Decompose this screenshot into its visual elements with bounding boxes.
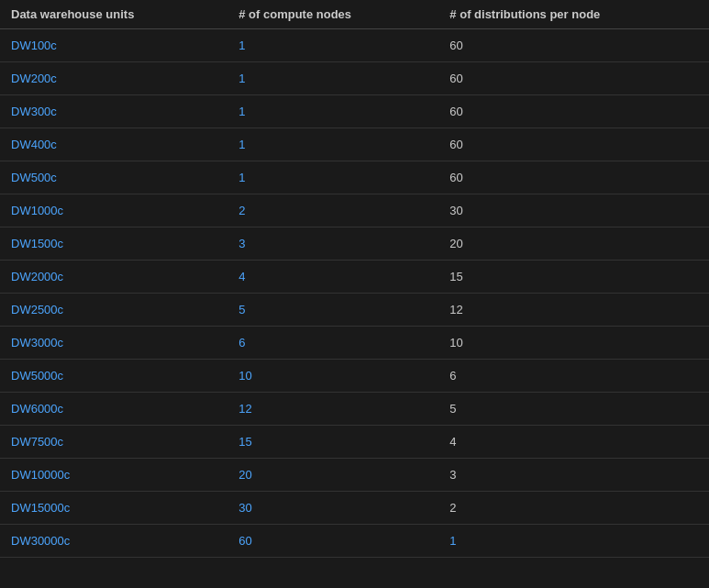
cell-distributions: 60 [438, 161, 709, 194]
cell-distributions: 12 [438, 294, 709, 327]
cell-compute-nodes: 12 [227, 393, 438, 426]
cell-dw-unit: DW1000c [0, 194, 227, 227]
table-row: DW100c160 [0, 29, 709, 62]
table-header-row: Data warehouse units # of compute nodes … [0, 0, 709, 29]
cell-distributions: 1 [438, 525, 709, 558]
cell-distributions: 60 [438, 128, 709, 161]
table-row: DW30000c601 [0, 525, 709, 558]
cell-distributions: 5 [438, 393, 709, 426]
cell-dw-unit: DW400c [0, 128, 227, 161]
cell-distributions: 60 [438, 62, 709, 95]
cell-distributions: 6 [438, 360, 709, 393]
cell-dw-unit: DW7500c [0, 426, 227, 459]
table-row: DW10000c203 [0, 459, 709, 492]
table-row: DW5000c106 [0, 360, 709, 393]
cell-distributions: 2 [438, 492, 709, 525]
cell-dw-unit: DW3000c [0, 327, 227, 360]
table-row: DW6000c125 [0, 393, 709, 426]
cell-compute-nodes: 1 [227, 128, 438, 161]
table-row: DW200c160 [0, 62, 709, 95]
header-distributions: # of distributions per node [438, 0, 709, 29]
table-row: DW7500c154 [0, 426, 709, 459]
cell-distributions: 4 [438, 426, 709, 459]
cell-dw-unit: DW10000c [0, 459, 227, 492]
header-dw-units: Data warehouse units [0, 0, 227, 29]
cell-distributions: 30 [438, 194, 709, 227]
cell-distributions: 3 [438, 459, 709, 492]
cell-dw-unit: DW30000c [0, 525, 227, 558]
cell-distributions: 15 [438, 261, 709, 294]
cell-distributions: 20 [438, 227, 709, 261]
cell-distributions: 10 [438, 327, 709, 360]
table-row: DW500c160 [0, 161, 709, 194]
cell-compute-nodes: 1 [227, 95, 438, 128]
cell-compute-nodes: 1 [227, 29, 438, 62]
table-row: DW1000c230 [0, 194, 709, 227]
cell-dw-unit: DW200c [0, 62, 227, 95]
cell-dw-unit: DW300c [0, 95, 227, 128]
table-row: DW400c160 [0, 128, 709, 161]
cell-dw-unit: DW15000c [0, 492, 227, 525]
cell-compute-nodes: 5 [227, 294, 438, 327]
cell-compute-nodes: 30 [227, 492, 438, 525]
table-row: DW300c160 [0, 95, 709, 128]
cell-dw-unit: DW2000c [0, 261, 227, 294]
cell-dw-unit: DW6000c [0, 393, 227, 426]
table-row: DW15000c302 [0, 492, 709, 525]
table-row: DW2000c415 [0, 261, 709, 294]
cell-dw-unit: DW1500c [0, 227, 227, 261]
cell-compute-nodes: 6 [227, 327, 438, 360]
table-row: DW3000c610 [0, 327, 709, 360]
header-compute-nodes: # of compute nodes [227, 0, 438, 29]
cell-dw-unit: DW100c [0, 29, 227, 62]
cell-compute-nodes: 4 [227, 261, 438, 294]
cell-distributions: 60 [438, 29, 709, 62]
cell-compute-nodes: 60 [227, 525, 438, 558]
cell-dw-unit: DW5000c [0, 360, 227, 393]
cell-compute-nodes: 1 [227, 62, 438, 95]
cell-compute-nodes: 1 [227, 161, 438, 194]
cell-compute-nodes: 3 [227, 227, 438, 261]
cell-distributions: 60 [438, 95, 709, 128]
cell-compute-nodes: 10 [227, 360, 438, 393]
cell-dw-unit: DW500c [0, 161, 227, 194]
data-warehouse-table: Data warehouse units # of compute nodes … [0, 0, 709, 558]
table-row: DW2500c512 [0, 294, 709, 327]
cell-compute-nodes: 15 [227, 426, 438, 459]
cell-compute-nodes: 2 [227, 194, 438, 227]
table-row: DW1500c320 [0, 227, 709, 261]
cell-dw-unit: DW2500c [0, 294, 227, 327]
cell-compute-nodes: 20 [227, 459, 438, 492]
